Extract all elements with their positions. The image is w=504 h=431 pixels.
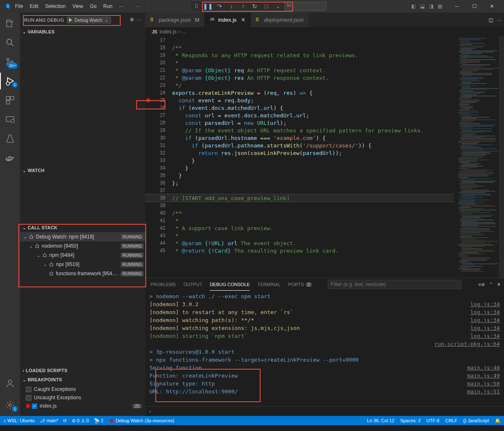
activity-manage[interactable]: 1: [0, 397, 20, 413]
menu-go[interactable]: Go: [87, 3, 99, 9]
breadcrumb[interactable]: JS index.js › …: [145, 27, 504, 36]
debug-more-icon[interactable]: ···: [137, 17, 141, 23]
code-line[interactable]: 21 * @param {Object} req An HTTP request…: [145, 66, 454, 74]
code-line[interactable]: 41 *: [145, 217, 454, 224]
activity-run-debug[interactable]: 1: [0, 73, 20, 89]
debug-restart-button[interactable]: ↻: [250, 2, 259, 11]
code-line[interactable]: 30 if (parsedUrl.hostname === 'example.c…: [145, 134, 454, 142]
checkbox-icon[interactable]: ✓: [32, 403, 37, 409]
debug-step-into-button[interactable]: ↓: [227, 2, 236, 11]
activity-docker[interactable]: [0, 150, 20, 166]
window-maximize-button[interactable]: ☐: [466, 0, 483, 13]
menu-edit[interactable]: Edit: [27, 3, 41, 9]
status-remote[interactable]: ⌂ WSL: Ubuntu: [3, 418, 35, 423]
checkbox-icon[interactable]: [26, 387, 31, 392]
code-line[interactable]: 35 }: [145, 172, 454, 179]
editor-tab[interactable]: {}deployment.json: [251, 13, 309, 27]
panel-maximize-icon[interactable]: ⌃: [489, 282, 493, 287]
panel-tab-terminal[interactable]: TERMINAL: [257, 278, 281, 291]
customize-layout-icon[interactable]: ▦: [438, 3, 442, 9]
code-line[interactable]: 20 *: [145, 59, 454, 66]
code-line[interactable]: 27 const url = event.docs.matchedUrl.url…: [145, 112, 454, 119]
code-line[interactable]: 40/**: [145, 209, 454, 217]
clear-console-icon[interactable]: ≡⊘: [479, 282, 485, 287]
code-line[interactable]: 19 * Responds to any HTTP request relate…: [145, 51, 454, 59]
tab-close-icon[interactable]: ✕: [241, 17, 246, 23]
debug-console-output[interactable]: > nodemon --watch ./ --exec npm start[no…: [145, 291, 504, 406]
breakpoint-caught-exceptions[interactable]: Caught Exceptions: [20, 385, 145, 393]
window-close-button[interactable]: ✕: [483, 0, 501, 13]
code-line[interactable]: 23 */: [145, 81, 454, 89]
status-notifications[interactable]: 🔔: [495, 418, 501, 423]
debug-console-filter[interactable]: [328, 280, 461, 289]
minimap[interactable]: [454, 36, 504, 278]
debug-settings-gear-icon[interactable]: ⚙: [130, 17, 134, 23]
code-line[interactable]: 37: [145, 187, 454, 194]
panel-tab-output[interactable]: OUTPUT: [183, 278, 202, 291]
console-source-link[interactable]: main.js:51: [467, 388, 500, 396]
toggle-primary-sidebar-icon[interactable]: ◧: [411, 3, 416, 9]
watch-section-header[interactable]: ⌄WATCH: [20, 166, 145, 175]
code-line[interactable]: 26 if (event.docs.matchedUrl.url) {: [145, 104, 454, 112]
status-indent[interactable]: Spaces: 2: [400, 418, 420, 423]
variables-section-header[interactable]: ⌄VARIABLES: [20, 27, 145, 36]
panel-tab-problems[interactable]: PROBLEMS: [150, 278, 176, 291]
activity-accounts[interactable]: [0, 375, 20, 392]
code-line[interactable]: 39: [145, 202, 454, 209]
status-language[interactable]: {} JavaScript: [463, 418, 489, 423]
menu-view[interactable]: View: [70, 3, 86, 9]
minimap-scrollbar[interactable]: [499, 36, 504, 278]
console-source-link[interactable]: log.js:34: [471, 332, 500, 340]
code-line[interactable]: 42 * A support case link preview.: [145, 224, 454, 232]
callstack-row[interactable]: ⌄nodemon [9450]RUNNING: [20, 241, 145, 251]
toggle-secondary-sidebar-icon[interactable]: ◨: [429, 3, 433, 9]
activity-remote-explorer[interactable]: [0, 111, 20, 128]
panel-tab-ports[interactable]: PORTS2: [288, 278, 312, 291]
start-debug-icon[interactable]: [69, 18, 72, 22]
status-cursor[interactable]: Ln 38, Col 12: [367, 418, 394, 423]
status-branch[interactable]: ⎇ main*: [40, 418, 58, 423]
code-editor[interactable]: 1718/**19 * Responds to any HTTP request…: [145, 36, 454, 278]
status-debug-session[interactable]: 🐞 Debug Watch (3p-resources): [109, 418, 175, 423]
debug-stop-button[interactable]: □: [262, 2, 271, 11]
callstack-row[interactable]: ⌄npx [9519]RUNNING: [20, 260, 145, 269]
console-source-link[interactable]: log.js:34: [471, 316, 500, 324]
panel-tab-debug-console[interactable]: DEBUG CONSOLE: [210, 278, 250, 291]
status-encoding[interactable]: UTF-8: [426, 418, 439, 423]
console-source-link[interactable]: log.js:34: [471, 300, 500, 308]
split-editor-icon[interactable]: ◫: [489, 17, 493, 23]
code-line[interactable]: 34 }: [145, 164, 454, 172]
nav-back-icon[interactable]: ←: [136, 3, 141, 9]
activity-testing[interactable]: [0, 130, 20, 147]
menu-more[interactable]: ···: [117, 3, 126, 9]
status-ports[interactable]: 📡 2: [94, 418, 104, 423]
debug-step-out-button[interactable]: ↑: [238, 2, 248, 11]
window-minimize-button[interactable]: ─: [448, 0, 466, 13]
nav-forward-icon[interactable]: →: [146, 3, 151, 9]
debug-config-selector[interactable]: Debug Watch ⌄: [67, 17, 111, 23]
status-problems[interactable]: ⊘ 0 ⚠ 0: [72, 418, 89, 423]
code-line[interactable]: 32 return res.json(caseLinkPreview(parse…: [145, 149, 454, 157]
callstack-row[interactable]: ⌄Debug Watch: npm [9419]RUNNING: [20, 232, 145, 241]
command-center[interactable]: tu: [285, 2, 327, 11]
activity-source-control[interactable]: 1K+: [0, 53, 20, 70]
callstack-row[interactable]: functions-framework [954…RUNNING: [20, 269, 145, 278]
breakpoints-section-header[interactable]: ⌄BREAKPOINTS: [20, 375, 145, 384]
code-line[interactable]: 36};: [145, 179, 454, 187]
editor-more-icon[interactable]: ···: [497, 17, 501, 23]
console-source-link[interactable]: log.js:34: [471, 324, 500, 332]
editor-tab[interactable]: JSindex.js✕: [205, 13, 251, 27]
callstack-section-header[interactable]: ⌄CALL STACK: [20, 223, 145, 232]
debug-step-over-button[interactable]: ↷: [215, 2, 224, 11]
breakpoint-uncaught-exceptions[interactable]: Uncaught Exceptions: [20, 393, 145, 402]
menu-file[interactable]: File: [13, 3, 25, 9]
panel-close-icon[interactable]: ✕: [497, 282, 501, 287]
code-line[interactable]: 18/**: [145, 44, 454, 51]
debug-console-input[interactable]: ›: [145, 406, 504, 416]
code-line[interactable]: 28 const parsedUrl = new URL(url);: [145, 119, 454, 127]
debug-grip-icon[interactable]: ⠿: [192, 2, 201, 11]
code-line[interactable]: 24exports.createLinkPreview = (req, res)…: [145, 89, 454, 96]
console-source-link[interactable]: run-script-pkg.js:64: [434, 340, 500, 348]
console-source-link[interactable]: log.js:34: [471, 308, 500, 316]
breakpoint-dot-icon[interactable]: [146, 98, 150, 102]
